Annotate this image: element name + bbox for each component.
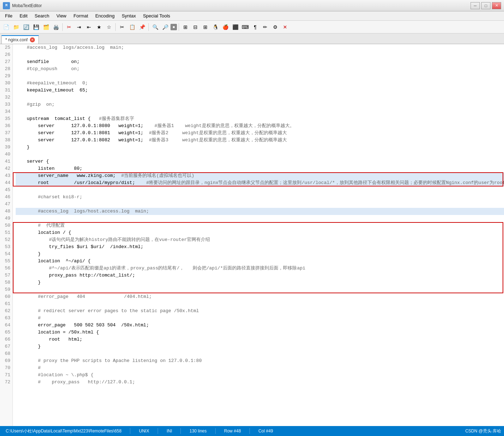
cut-button[interactable]: ✂ xyxy=(64,22,74,32)
status-sep4 xyxy=(215,428,216,434)
line-number: 30 xyxy=(2,80,10,87)
table-row: #error_page 404 /404.html; xyxy=(16,293,504,300)
line-number: 38 xyxy=(2,137,10,144)
line-number: 62 xyxy=(2,308,10,315)
status-encoding: UNIX xyxy=(136,429,152,434)
indent-button[interactable]: ⇥ xyxy=(74,22,84,32)
menu-item-encoding[interactable]: Encoding xyxy=(92,11,118,20)
menu-item-special-tools[interactable]: Special Tools xyxy=(140,11,174,20)
new-button[interactable]: 📄 xyxy=(1,22,11,32)
close-button[interactable]: ✕ xyxy=(492,2,501,9)
status-sep5 xyxy=(250,428,250,434)
table-row xyxy=(16,94,504,101)
line-number: 34 xyxy=(2,108,10,115)
line-number: 41 xyxy=(2,158,10,165)
minimize-button[interactable]: ─ xyxy=(471,2,480,9)
line-number: 42 xyxy=(2,165,10,172)
table-row xyxy=(16,300,504,308)
replace-button[interactable]: 🔎 xyxy=(161,22,170,32)
pencil-button[interactable]: ✏ xyxy=(261,22,270,32)
table-row: } xyxy=(16,251,504,258)
status-sep2 xyxy=(158,428,158,434)
bookmark-button[interactable]: ★ xyxy=(94,22,104,32)
stop-button[interactable]: ■ xyxy=(170,24,177,30)
unindent-button[interactable]: ⇤ xyxy=(84,22,94,32)
save-as-button[interactable]: 🗂️ xyxy=(41,22,51,32)
line-number: 50 xyxy=(2,222,10,229)
table-row xyxy=(16,215,504,222)
line-number: 28 xyxy=(2,65,10,73)
open-button[interactable]: 🔄 xyxy=(21,22,31,32)
tools2-button[interactable]: ⊟ xyxy=(191,22,200,32)
key-button[interactable]: ⌨ xyxy=(241,22,250,32)
table-row: #charset koi8-r; xyxy=(16,194,504,201)
table-row: proxy_pass http://tomcat_list/; xyxy=(16,272,504,279)
copy-button[interactable]: 📋 xyxy=(127,22,137,32)
line-number: 71 xyxy=(2,372,10,379)
table-row: #tcp_nopush on; xyxy=(16,65,504,73)
settings-button[interactable]: ⚙ xyxy=(271,22,280,32)
menu-item-view[interactable]: View xyxy=(53,11,70,20)
line-number: 29 xyxy=(2,73,10,80)
menu-item-syntax[interactable]: Syntax xyxy=(118,11,140,20)
toolbar: 📄 📁 🔄 💾 🗂️ 🖨️ ✂ ⇥ ⇤ ★ ☆ ✂ 📋 📌 🔍 🔎 ■ ⊞ ⊟ … xyxy=(0,21,504,33)
status-syntax: INI xyxy=(164,429,175,434)
table-row: #access_log logs/access.log main; xyxy=(16,44,504,51)
maximize-button[interactable]: □ xyxy=(481,2,490,9)
tools3-button[interactable]: ⊞ xyxy=(201,22,210,32)
mac-button[interactable]: 🍎 xyxy=(221,22,230,32)
line-number: 26 xyxy=(2,51,10,58)
search-button[interactable]: 🔍 xyxy=(151,22,160,32)
tools-button[interactable]: ⊞ xyxy=(181,22,190,32)
menu-item-file[interactable]: File xyxy=(1,11,16,20)
print-button[interactable]: 🖨️ xyxy=(51,22,61,32)
close-tb-button[interactable]: ✕ xyxy=(280,22,290,32)
tabbar: * nginx.conf ✕ xyxy=(0,33,504,44)
line-number: 47 xyxy=(2,201,10,208)
line-number: 45 xyxy=(2,187,10,194)
line-number: 56 xyxy=(2,265,10,272)
table-row: #gzip on; xyxy=(16,101,504,108)
table-row: location ^~/api/ { xyxy=(16,258,504,265)
menu-item-edit[interactable]: Edit xyxy=(16,11,31,20)
line-number: 27 xyxy=(2,58,10,65)
menu-item-search[interactable]: Search xyxy=(31,11,53,20)
save-button[interactable]: 💾 xyxy=(31,22,41,32)
status-row: Row #48 xyxy=(221,429,244,434)
line-number: 43 xyxy=(2,172,10,179)
window-controls: ─ □ ✕ xyxy=(471,2,501,9)
paste-button[interactable]: 📌 xyxy=(137,22,147,32)
line-number: 36 xyxy=(2,122,10,130)
editor-content[interactable]: #access_log logs/access.log main; sendfi… xyxy=(13,44,504,426)
pilcrow-button[interactable]: ¶ xyxy=(251,22,260,32)
tab-close-button[interactable]: ✕ xyxy=(30,37,35,42)
menu-item-format[interactable]: Format xyxy=(70,11,92,20)
line-number: 58 xyxy=(2,279,10,286)
table-row: # proxy the PHP scripts to Apache listen… xyxy=(16,357,504,364)
line-number: 54 xyxy=(2,251,10,258)
table-row: } xyxy=(16,343,504,350)
titlebar: M MobaTextEditor ─ □ ✕ xyxy=(0,0,504,11)
line-number: 59 xyxy=(2,286,10,293)
terminal-button[interactable]: ⬛ xyxy=(231,22,240,32)
table-row: } xyxy=(16,144,504,151)
table-row: server 127.0.0.1:8080 weight=1; #服务器1 we… xyxy=(16,122,504,130)
bookmark2-button[interactable]: ☆ xyxy=(104,22,114,32)
line-number: 55 xyxy=(2,258,10,265)
status-right: CSDN @秃头·库哈 xyxy=(465,428,501,434)
toolbar-sep1 xyxy=(62,23,63,31)
table-row: # xyxy=(16,315,504,322)
table-row: keepalive_timeout 65; xyxy=(16,87,504,94)
open-folder-button[interactable]: 📁 xyxy=(11,22,21,32)
line-number: 49 xyxy=(2,215,10,222)
cut2-button[interactable]: ✂ xyxy=(117,22,127,32)
table-row xyxy=(16,201,504,208)
line-number: 69 xyxy=(2,357,10,364)
line-number: 66 xyxy=(2,336,10,343)
line-number: 68 xyxy=(2,350,10,357)
line-number: 57 xyxy=(2,272,10,279)
table-row: server 127.0.0.1:8081 weight=1; #服务器2 we… xyxy=(16,130,504,137)
table-row: upstream tomcat_list { #服务器集群名字 xyxy=(16,115,504,122)
active-tab[interactable]: * nginx.conf ✕ xyxy=(1,35,39,44)
linux-button[interactable]: 🐧 xyxy=(211,22,220,32)
